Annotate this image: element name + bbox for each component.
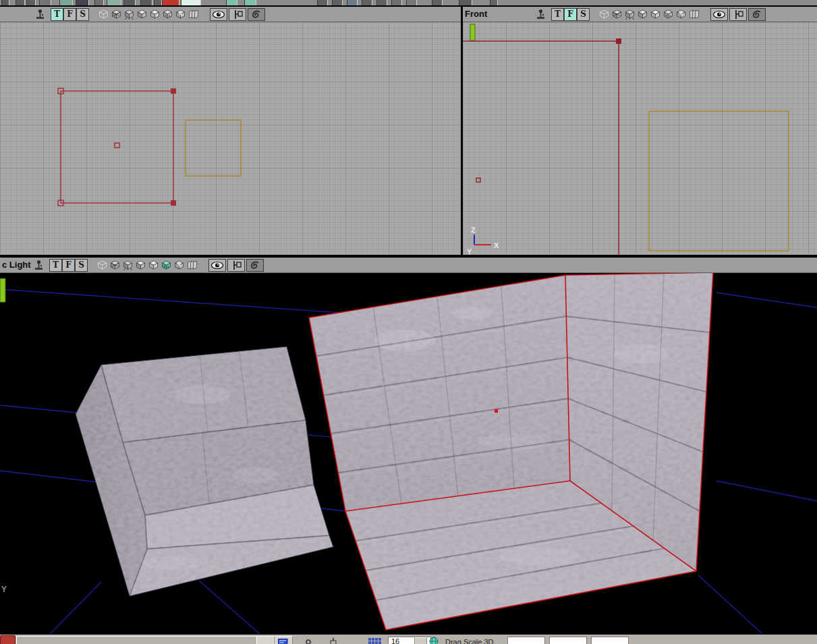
backdrop-sheets-icon[interactable] xyxy=(688,9,700,20)
toolbar-button-cutoff[interactable] xyxy=(490,0,498,5)
camera-cube-icon[interactable] xyxy=(122,260,134,270)
actor-marker[interactable] xyxy=(470,24,475,40)
axis-z-label: Z xyxy=(471,226,476,234)
grid-snap-icon[interactable] xyxy=(368,637,382,644)
wireframe-cube-icon[interactable] xyxy=(598,9,610,20)
zones-cube-icon[interactable] xyxy=(111,9,122,20)
coord-field-z[interactable] xyxy=(591,637,629,644)
camera-cube-icon[interactable] xyxy=(123,9,135,20)
perspective-canvas[interactable]: Y xyxy=(0,273,817,634)
builder-brush-wireframe[interactable] xyxy=(186,120,241,176)
toolbar-button-cutoff[interactable] xyxy=(140,0,152,5)
zones-cube-icon[interactable] xyxy=(109,260,121,270)
view-mode-button-f[interactable]: F xyxy=(564,8,577,21)
toolbar-button-cutoff[interactable] xyxy=(154,0,162,5)
coord-field-y[interactable] xyxy=(549,637,587,644)
speed-icon[interactable] xyxy=(305,637,313,644)
pushpin-button[interactable] xyxy=(227,259,245,272)
toolbar-button-cutoff[interactable] xyxy=(332,0,343,5)
pushpin-button[interactable] xyxy=(729,8,747,21)
toolbar-button-cutoff[interactable] xyxy=(317,0,328,5)
viewport-title: c Light xyxy=(2,260,31,270)
command-panel[interactable] xyxy=(16,636,257,644)
polys-cube-icon[interactable] xyxy=(149,9,161,20)
bsp-cube-icon[interactable] xyxy=(136,9,148,20)
textured-cube-icon[interactable] xyxy=(161,260,172,270)
viewport-perspective-header: c Light TFS xyxy=(0,258,817,273)
log-close-button[interactable] xyxy=(0,635,16,644)
toolbar-button-cutoff[interactable] xyxy=(432,0,443,5)
toolbar-button-cutoff[interactable] xyxy=(244,0,256,5)
toolbar-button-cutoff[interactable] xyxy=(181,0,201,5)
camera-joystick-icon[interactable] xyxy=(34,260,44,271)
rotate-view-button[interactable] xyxy=(748,8,766,21)
toolbar-button-cutoff[interactable] xyxy=(362,0,372,5)
toolbar-button-cutoff[interactable] xyxy=(39,0,51,5)
toolbar-button-cutoff[interactable] xyxy=(347,0,358,5)
view-mode-button-f[interactable]: F xyxy=(63,8,76,21)
translucent-cube-icon[interactable] xyxy=(675,9,687,20)
vertex-snap-icon[interactable] xyxy=(328,637,339,644)
view-mode-button-s[interactable]: S xyxy=(577,8,590,21)
textured-cube-icon[interactable] xyxy=(162,9,173,20)
backdrop-sheets-icon[interactable] xyxy=(186,260,198,270)
zones-cube-icon[interactable] xyxy=(611,9,623,20)
view-mode-button-t[interactable]: T xyxy=(551,8,564,21)
toolbar-button-cutoff[interactable] xyxy=(123,0,136,5)
polys-cube-icon[interactable] xyxy=(650,9,661,20)
room-brush-selected[interactable] xyxy=(304,273,719,634)
toolbar-button-cutoff[interactable] xyxy=(94,0,104,5)
realtime-eye-button[interactable] xyxy=(208,259,226,272)
realtime-eye-button[interactable] xyxy=(210,8,227,21)
grid-size-dropdown[interactable] xyxy=(414,637,427,644)
camera-joystick-icon[interactable] xyxy=(536,9,546,20)
wireframe-cube-icon[interactable] xyxy=(96,260,108,270)
toolbar-button-cutoff[interactable] xyxy=(459,0,472,5)
selected-brush-wireframe[interactable] xyxy=(58,88,176,206)
toolbar-button-cutoff[interactable] xyxy=(226,0,237,5)
brush-handle xyxy=(171,200,176,206)
toolbar-button-cutoff[interactable] xyxy=(26,0,36,5)
coord-field-x[interactable] xyxy=(507,637,545,644)
pushpin-button[interactable] xyxy=(229,8,246,21)
toolbar-button-cutoff[interactable] xyxy=(406,0,417,5)
translucent-cube-icon[interactable] xyxy=(173,260,185,270)
rotate-view-button[interactable] xyxy=(248,8,265,21)
toolbar-button-cutoff[interactable] xyxy=(162,0,179,5)
translucent-cube-icon[interactable] xyxy=(175,9,186,20)
globe-icon[interactable] xyxy=(429,637,439,644)
rotate-view-button[interactable] xyxy=(246,259,264,272)
backdrop-sheets-icon[interactable] xyxy=(188,9,199,20)
toolbar-button-cutoff[interactable] xyxy=(1,0,9,5)
view-mode-button-t[interactable]: T xyxy=(49,259,62,272)
bsp-cube-icon[interactable] xyxy=(637,9,648,20)
textured-cube-icon[interactable] xyxy=(663,9,674,20)
view-mode-button-f[interactable]: F xyxy=(62,259,75,272)
brush-pivot xyxy=(476,178,480,182)
view-mode-button-s[interactable]: S xyxy=(75,259,88,272)
toolbar-button-cutoff[interactable] xyxy=(107,0,121,5)
camera-cube-icon[interactable] xyxy=(624,9,636,20)
bar-button[interactable] xyxy=(256,636,275,644)
builder-brush-wireframe[interactable] xyxy=(649,111,789,251)
toolbar-button-cutoff[interactable] xyxy=(76,0,89,5)
front-view-canvas[interactable]: Z X Y xyxy=(463,22,817,255)
log-window-button[interactable] xyxy=(275,636,293,644)
toolbar-button-cutoff[interactable] xyxy=(391,0,402,5)
toolbar-button-cutoff[interactable] xyxy=(59,0,73,5)
stairs-brush[interactable] xyxy=(67,337,344,604)
polys-cube-icon[interactable] xyxy=(148,260,159,270)
view-mode-button-t[interactable]: T xyxy=(51,8,63,21)
realtime-eye-button[interactable] xyxy=(710,8,728,21)
wireframe-cube-icon[interactable] xyxy=(98,9,109,20)
bsp-cube-icon[interactable] xyxy=(135,260,146,270)
toolbar-button-cutoff[interactable] xyxy=(376,0,387,5)
main-toolbar-sliver[interactable] xyxy=(0,0,817,5)
axis-y-label: Y xyxy=(1,585,7,594)
actor-marker[interactable] xyxy=(0,279,5,302)
view-mode-button-s[interactable]: S xyxy=(76,8,89,21)
selected-brush-wireframe[interactable] xyxy=(463,38,621,255)
top-view-canvas[interactable] xyxy=(0,22,461,255)
camera-joystick-icon[interactable] xyxy=(35,9,45,20)
toolbar-button-cutoff[interactable] xyxy=(16,0,25,5)
